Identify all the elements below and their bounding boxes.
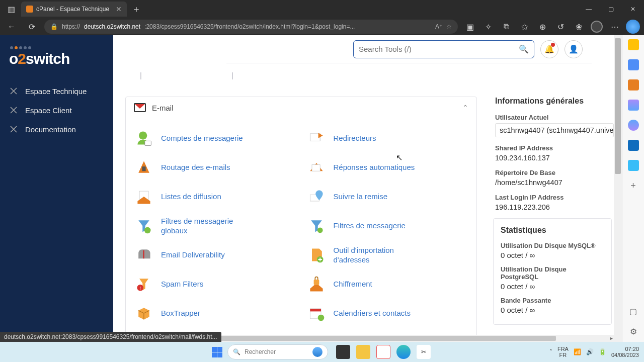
snip-icon[interactable]: ✂ <box>417 345 431 359</box>
battery-icon[interactable]: 🔋 <box>599 348 606 355</box>
tool-link[interactable]: Filtres de messagerie <box>334 221 406 231</box>
email-panel-header[interactable]: E-mail ⌃ <box>126 97 476 119</box>
extensions-icon[interactable]: ✧ <box>481 20 495 34</box>
new-tab-button[interactable]: ＋ <box>132 3 141 15</box>
favicon-icon <box>26 6 33 13</box>
notifications-button[interactable]: 🔔 <box>540 40 558 58</box>
minimize-button[interactable]: — <box>578 1 600 18</box>
tool-link[interactable]: Spam Filters <box>161 279 203 289</box>
search-tools-box[interactable]: 🔍 <box>353 40 534 58</box>
list-icon <box>134 187 154 207</box>
tray-chevron-icon[interactable]: ˄ <box>549 348 552 355</box>
rail-outlook-icon[interactable] <box>628 140 639 151</box>
close-tab-icon[interactable]: ✕ <box>116 5 122 13</box>
tool-routage[interactable]: Routage des e-mails <box>134 153 296 182</box>
taskview-icon[interactable] <box>336 345 350 359</box>
info-label: Last Login IP Address <box>495 194 614 201</box>
tool-comptes-messagerie[interactable]: Comptes de messagerie <box>134 124 296 153</box>
back-button[interactable]: ← <box>4 19 19 34</box>
refresh-button[interactable]: ⟳ <box>24 19 39 34</box>
tool-mailing-lists[interactable]: Listes de diffusion <box>134 182 296 211</box>
tool-link[interactable]: Comptes de messagerie <box>161 133 243 143</box>
home-dir-value: /home/sc1hnwg4407 <box>495 178 614 187</box>
status-bar-link: deutsch.o2switch.net:2083/cpsess99165463… <box>0 332 221 342</box>
tool-calendars-contacts[interactable]: Calendriers et contacts <box>306 299 469 328</box>
address-bar[interactable]: 🔒 https://deutsch.o2switch.net:2083/cpse… <box>44 20 458 34</box>
sidebar-item-client[interactable]: Espace Client <box>0 101 113 120</box>
close-window-button[interactable]: ✕ <box>622 1 644 18</box>
reader-icon[interactable]: A⁺ <box>435 23 442 30</box>
tool-link[interactable]: Réponses automatiques <box>334 162 415 172</box>
performance-icon[interactable]: ❀ <box>572 20 586 34</box>
tool-email-filters[interactable]: Filtres de messagerie <box>306 211 469 240</box>
tool-link[interactable]: Outil d'importation d'adresses <box>334 245 424 265</box>
volume-icon[interactable]: 🔊 <box>586 348 594 355</box>
tool-link[interactable]: Chiffrement <box>334 279 372 289</box>
account-button[interactable]: 👤 <box>565 40 583 58</box>
bing-chat-icon[interactable] <box>626 20 640 34</box>
tool-link[interactable]: Filtres de messagerie globaux <box>161 216 252 236</box>
svg-rect-3 <box>142 166 145 171</box>
tool-link[interactable]: Listes de diffusion <box>161 192 221 202</box>
screenshot-icon[interactable]: ▣ <box>463 20 477 34</box>
rail-office-icon[interactable] <box>628 120 639 131</box>
mailbox-icon <box>134 245 154 265</box>
tool-encryption[interactable]: Chiffrement <box>306 269 469 299</box>
tool-boxtrapper[interactable]: BoxTrapper <box>134 299 296 328</box>
tool-link[interactable]: Suivre la remise <box>334 192 388 202</box>
svg-rect-4 <box>312 165 320 171</box>
taskbar-search[interactable]: 🔍 Rechercher <box>227 344 328 359</box>
info-label: Répertoire De Base <box>495 169 614 176</box>
collections-icon[interactable]: ⧉ <box>499 20 513 34</box>
stat-value: 0 octet / ∞ <box>501 251 604 259</box>
start-button[interactable] <box>209 344 224 359</box>
edge-icon[interactable] <box>396 345 411 359</box>
favorite-icon[interactable]: ☆ <box>446 23 452 30</box>
chevron-up-icon[interactable]: ⌃ <box>462 104 468 112</box>
sidebar-item-technique[interactable]: Espace Technique <box>0 81 113 101</box>
redirect-icon <box>306 128 327 148</box>
tool-link[interactable]: Redirecteurs <box>334 133 376 143</box>
browser-tab[interactable]: cPanel - Espace Technique ✕ <box>21 2 127 17</box>
language-indicator[interactable]: FRAFR <box>557 346 569 358</box>
search-input[interactable] <box>359 45 519 53</box>
rail-tools-icon[interactable] <box>628 79 639 90</box>
tab-overview-button[interactable]: ▥ <box>4 2 18 16</box>
search-icon[interactable]: 🔍 <box>519 44 529 54</box>
rail-people-icon[interactable] <box>628 100 639 111</box>
tool-link[interactable]: Calendriers et contacts <box>334 308 411 318</box>
stat-label: Utilisation Du Disque MySQL® <box>501 242 604 249</box>
vertical-scrollbar[interactable] <box>614 35 622 342</box>
tool-address-importer[interactable]: Outil d'importation d'adresses <box>306 240 469 269</box>
rail-tag-icon[interactable] <box>628 59 639 70</box>
tool-spam-filters[interactable]: ! Spam Filters <box>134 269 296 299</box>
favorites-icon[interactable]: ✩ <box>517 20 531 34</box>
tool-link[interactable]: BoxTrapper <box>161 308 200 318</box>
tool-autoresponders[interactable]: Réponses automatiques <box>306 153 469 182</box>
rail-search-icon[interactable] <box>628 39 639 50</box>
sidebar-item-docs[interactable]: Documentation <box>0 120 113 139</box>
profile-avatar[interactable] <box>590 20 604 34</box>
tool-redirecteurs[interactable]: Redirecteurs <box>306 124 469 153</box>
rail-panel-icon[interactable]: ▢ <box>628 306 639 317</box>
tool-global-filters[interactable]: Filtres de messagerie globaux <box>134 211 296 240</box>
tool-track-delivery[interactable]: Suivre la remise <box>306 182 469 211</box>
rail-settings-icon[interactable]: ⚙ <box>628 326 639 337</box>
wifi-icon[interactable]: 📶 <box>574 348 581 355</box>
brave-icon[interactable] <box>376 345 390 359</box>
tool-deliverability[interactable]: Email Deliverability <box>134 240 296 269</box>
sidebar: o2switch Espace Technique Espace Client … <box>0 35 113 342</box>
svg-point-16 <box>317 315 324 321</box>
info-title: Informations générales <box>493 97 614 106</box>
more-icon[interactable]: ⋯ <box>608 20 622 34</box>
rail-send-icon[interactable] <box>628 160 639 171</box>
tool-link[interactable]: Routage des e-mails <box>161 162 230 172</box>
explorer-icon[interactable] <box>356 345 370 359</box>
maximize-button[interactable]: ▢ <box>600 1 622 18</box>
rail-add-icon[interactable]: + <box>628 180 639 191</box>
browser-chrome: ▥ cPanel - Espace Technique ✕ ＋ — ▢ ✕ ← … <box>0 0 644 35</box>
collections2-icon[interactable]: ⊕ <box>535 20 549 34</box>
clock[interactable]: 07:2004/08/2023 <box>611 346 639 358</box>
tool-link[interactable]: Email Deliverability <box>161 250 225 260</box>
history-icon[interactable]: ↺ <box>553 20 568 34</box>
